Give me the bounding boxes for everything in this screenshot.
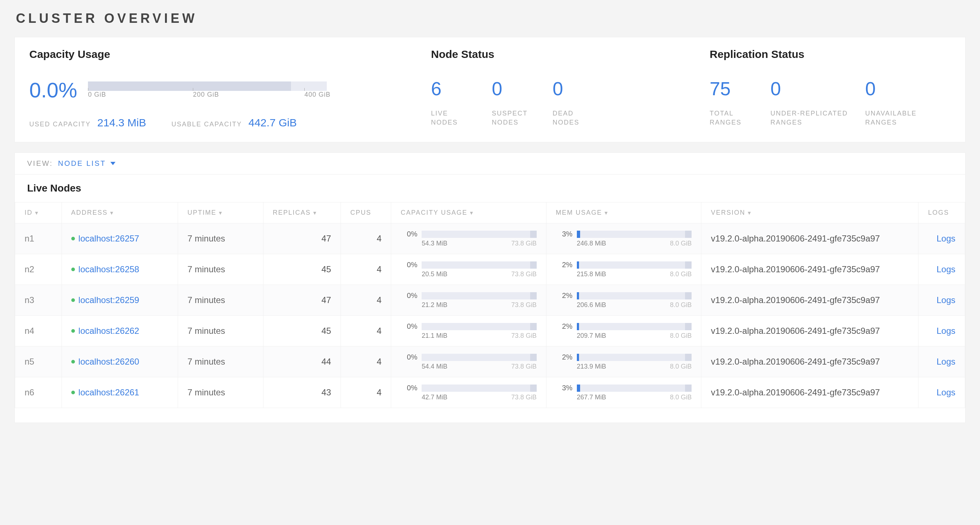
node-logs-cell: Logs (918, 254, 965, 285)
cap-cell: 0%54.3 MiB73.8 GiB (391, 223, 546, 254)
node-id: n1 (15, 223, 62, 254)
mem-bar (577, 385, 692, 392)
col-uptime[interactable]: UPTIME▼ (178, 203, 263, 223)
cap-cell: 0%42.7 MiB73.8 GiB (391, 377, 546, 408)
table-row: n3localhost:262597 minutes4740%21.2 MiB7… (15, 285, 965, 316)
view-selector[interactable]: NODE LIST (58, 159, 115, 168)
node-cpus: 4 (340, 377, 391, 408)
logs-link[interactable]: Logs (937, 264, 955, 274)
col-cpus[interactable]: CPUS (340, 203, 391, 223)
mem-used: 206.6 MiB (577, 301, 606, 309)
node-id: n6 (15, 377, 62, 408)
node-replicas: 43 (263, 377, 340, 408)
node-address-link[interactable]: localhost:26260 (71, 357, 168, 367)
cap-bar-tail (530, 354, 537, 361)
cap-used: 21.2 MiB (422, 301, 447, 309)
node-status-item: 0SUSPECTNODES (492, 78, 535, 127)
mem-bar-used (577, 262, 579, 269)
logs-link[interactable]: Logs (937, 295, 955, 305)
replication-heading: Replication Status (710, 48, 970, 61)
replication-item: 0UNAVAILABLERANGES (865, 78, 917, 127)
cap-used: 42.7 MiB (422, 394, 447, 401)
node-address-link[interactable]: localhost:26257 (71, 233, 168, 244)
node-status-value: 0 (492, 78, 535, 100)
node-address-cell: localhost:26261 (62, 377, 178, 408)
mem-bar (577, 354, 692, 361)
mem-bar (577, 323, 692, 330)
node-logs-cell: Logs (918, 346, 965, 377)
node-status-value: 0 (553, 78, 596, 100)
node-cpus: 4 (340, 316, 391, 346)
node-uptime: 7 minutes (178, 254, 263, 285)
cap-total: 73.8 GiB (511, 394, 537, 401)
mem-pct: 2% (556, 353, 573, 361)
node-address-text: localhost:26259 (78, 295, 139, 305)
mem-bar-tail (685, 262, 692, 269)
mem-cell: 3%246.8 MiB8.0 GiB (546, 223, 702, 254)
mem-bar-used (577, 231, 581, 238)
cap-bar (422, 262, 537, 269)
node-uptime: 7 minutes (178, 377, 263, 408)
col-replicas[interactable]: REPLICAS▼ (263, 203, 340, 223)
view-value-text: NODE LIST (58, 159, 106, 168)
mem-cell: 2%215.8 MiB8.0 GiB (546, 254, 702, 285)
logs-link[interactable]: Logs (937, 388, 955, 397)
cap-bar (422, 292, 537, 300)
node-address-link[interactable]: localhost:26259 (71, 295, 168, 305)
caret-down-icon (110, 162, 115, 165)
mem-total: 8.0 GiB (670, 301, 692, 309)
capacity-usage-section: Capacity Usage 0.0% 0 GiB 200 GiB 400 Gi… (29, 48, 427, 129)
col-version[interactable]: VERSION▼ (702, 203, 918, 223)
replication-item: 0UNDER-REPLICATEDRANGES (770, 78, 848, 127)
node-address-link[interactable]: localhost:26258 (71, 264, 168, 274)
logs-link[interactable]: Logs (937, 326, 955, 336)
capacity-heading: Capacity Usage (29, 48, 427, 61)
col-address[interactable]: ADDRESS▼ (62, 203, 178, 223)
mem-total: 8.0 GiB (670, 270, 692, 278)
capacity-percent: 0.0% (29, 78, 77, 102)
mem-pct: 2% (556, 261, 573, 269)
mem-used: 209.7 MiB (577, 332, 606, 340)
replication-item: 75TOTALRANGES (710, 78, 753, 127)
mem-bar-tail (685, 323, 692, 330)
logs-link[interactable]: Logs (937, 233, 955, 243)
cap-bar-tail (530, 385, 537, 392)
node-address-cell: localhost:26262 (62, 316, 178, 346)
cap-pct: 0% (401, 322, 417, 330)
cap-cell: 0%20.5 MiB73.8 GiB (391, 254, 546, 285)
replication-status-section: Replication Status 75TOTALRANGES0UNDER-R… (710, 48, 970, 129)
replication-label: TOTALRANGES (710, 109, 753, 127)
cap-total: 73.8 GiB (511, 240, 537, 247)
mem-bar-used (577, 292, 579, 300)
usable-capacity-value: 442.7 GiB (249, 116, 297, 129)
col-mem-usage[interactable]: MEM USAGE▼ (546, 203, 702, 223)
page-title: CLUSTER OVERVIEW (0, 0, 980, 37)
logs-link[interactable]: Logs (937, 357, 955, 366)
cap-bar-tail (530, 292, 537, 300)
node-replicas: 45 (263, 254, 340, 285)
mem-used: 267.7 MiB (577, 394, 606, 401)
node-cpus: 4 (340, 346, 391, 377)
cap-bar-tail (530, 262, 537, 269)
mem-bar (577, 262, 692, 269)
cap-total: 73.8 GiB (511, 301, 537, 309)
cap-cell: 0%21.2 MiB73.8 GiB (391, 285, 546, 316)
cap-pct: 0% (401, 230, 417, 238)
node-version: v19.2.0-alpha.20190606-2491-gfe735c9a97 (702, 223, 918, 254)
col-capacity-usage[interactable]: CAPACITY USAGE▼ (391, 203, 546, 223)
cap-used: 20.5 MiB (422, 270, 447, 278)
mem-bar-used (577, 323, 579, 330)
node-uptime: 7 minutes (178, 223, 263, 254)
col-id[interactable]: ID▼ (15, 203, 62, 223)
node-address-text: localhost:26262 (78, 326, 139, 336)
mem-bar-tail (685, 231, 692, 238)
node-address-link[interactable]: localhost:26261 (71, 388, 168, 397)
cap-bar-tail (530, 231, 537, 238)
node-address-link[interactable]: localhost:26262 (71, 326, 168, 336)
node-status-item: 0DEADNODES (553, 78, 596, 127)
table-row: n4localhost:262627 minutes4540%21.1 MiB7… (15, 316, 965, 346)
node-address-text: localhost:26261 (78, 388, 139, 397)
node-id: n3 (15, 285, 62, 316)
mem-cell: 2%213.9 MiB8.0 GiB (546, 346, 702, 377)
mem-pct: 3% (556, 230, 573, 238)
